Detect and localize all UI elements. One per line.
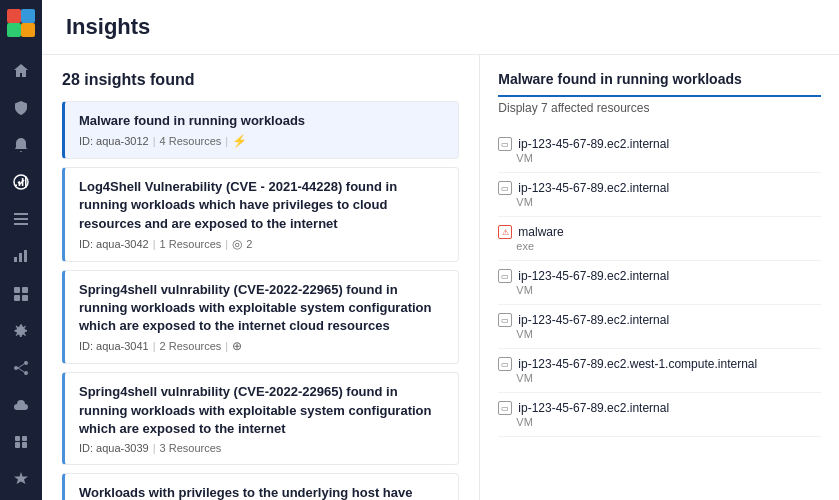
svg-point-17 xyxy=(24,371,28,375)
insight-resources-1: 1 Resources xyxy=(160,238,222,250)
resource-item-4: ▭ ip-123-45-67-89.ec2.internal VM xyxy=(498,305,821,349)
page-header: Insights xyxy=(42,0,839,55)
sidebar-item-workloads[interactable] xyxy=(3,277,39,310)
svg-line-18 xyxy=(18,364,24,368)
detail-subtitle: Display 7 affected resources xyxy=(498,101,821,115)
insight-meta-0: ID: aqua-3012 | 4 Resources | ⚡ xyxy=(79,134,444,148)
resource-name-0: ▭ ip-123-45-67-89.ec2.internal xyxy=(498,137,821,151)
insights-list-panel: 28 insights found Malware found in runni… xyxy=(42,55,480,500)
resource-name-1: ▭ ip-123-45-67-89.ec2.internal xyxy=(498,181,821,195)
sidebar-item-plugins[interactable] xyxy=(3,426,39,459)
sidebar-item-list[interactable] xyxy=(3,203,39,236)
sidebar-item-settings[interactable] xyxy=(3,314,39,347)
resource-type-2: exe xyxy=(498,240,821,252)
resource-item-2: ⚠ malware exe xyxy=(498,217,821,261)
svg-rect-0 xyxy=(7,9,21,23)
svg-point-15 xyxy=(14,366,18,370)
svg-rect-7 xyxy=(14,223,28,225)
sidebar xyxy=(0,0,42,500)
svg-rect-14 xyxy=(22,295,28,301)
resource-item-3: ▭ ip-123-45-67-89.ec2.internal VM xyxy=(498,261,821,305)
svg-rect-8 xyxy=(14,257,17,262)
insight-card-2[interactable]: Spring4shell vulnrability (CVE-2022-2296… xyxy=(62,270,459,365)
page-title: Insights xyxy=(66,14,815,40)
svg-rect-2 xyxy=(7,23,21,37)
insight-id-1: ID: aqua-3042 xyxy=(79,238,149,250)
sidebar-item-star[interactable] xyxy=(3,463,39,496)
content-area: 28 insights found Malware found in runni… xyxy=(42,55,839,500)
detail-panel: Malware found in running workloads Displ… xyxy=(480,55,839,500)
resource-name-6: ▭ ip-123-45-67-89.ec2.internal xyxy=(498,401,821,415)
insight-id-3: ID: aqua-3039 xyxy=(79,442,149,454)
sidebar-item-cloud[interactable] xyxy=(3,389,39,422)
resource-type-3: VM xyxy=(498,284,821,296)
resource-name-3: ▭ ip-123-45-67-89.ec2.internal xyxy=(498,269,821,283)
insight-meta-3: ID: aqua-3039 | 3 Resources xyxy=(79,442,444,454)
sidebar-item-analytics[interactable] xyxy=(3,240,39,273)
insight-title-0: Malware found in running workloads xyxy=(79,112,444,130)
vm-icon-1: ▭ xyxy=(498,181,512,195)
resource-type-1: VM xyxy=(498,196,821,208)
insight-icon-1: ◎ xyxy=(232,237,242,251)
resource-name-4: ▭ ip-123-45-67-89.ec2.internal xyxy=(498,313,821,327)
insight-icon-2: ⊕ xyxy=(232,339,242,353)
insight-resources-0: 4 Resources xyxy=(160,135,222,147)
svg-rect-10 xyxy=(24,250,27,262)
svg-rect-1 xyxy=(21,9,35,23)
svg-rect-5 xyxy=(14,213,28,215)
insight-title-4: Workloads with privileges to the underly… xyxy=(79,484,444,500)
sidebar-item-home[interactable] xyxy=(3,54,39,87)
insight-resources-2: 2 Resources xyxy=(160,340,222,352)
svg-line-19 xyxy=(18,368,24,372)
insight-card-1[interactable]: Log4Shell Vulnerability (CVE - 2021-4422… xyxy=(62,167,459,262)
svg-rect-9 xyxy=(19,253,22,262)
exe-icon-2: ⚠ xyxy=(498,225,512,239)
insight-resources-3: 3 Resources xyxy=(160,442,222,454)
svg-rect-23 xyxy=(22,436,27,441)
sidebar-item-shield[interactable] xyxy=(3,91,39,124)
main-content: Insights 28 insights found Malware found… xyxy=(42,0,839,500)
detail-title: Malware found in running workloads xyxy=(498,71,821,97)
svg-rect-21 xyxy=(22,442,27,448)
resource-name-5: ▭ ip-123-45-67-89.ec2.west-1.compute.int… xyxy=(498,357,821,371)
sidebar-item-insights[interactable] xyxy=(3,166,39,199)
insight-title-2: Spring4shell vulnrability (CVE-2022-2296… xyxy=(79,281,444,336)
svg-rect-6 xyxy=(14,218,28,220)
resource-type-0: VM xyxy=(498,152,821,164)
insight-meta-2: ID: aqua-3041 | 2 Resources | ⊕ xyxy=(79,339,444,353)
svg-rect-13 xyxy=(14,295,20,301)
insight-title-1: Log4Shell Vulnerability (CVE - 2021-4422… xyxy=(79,178,444,233)
svg-point-16 xyxy=(24,361,28,365)
insight-id-0: ID: aqua-3012 xyxy=(79,135,149,147)
insight-card-3[interactable]: Spring4shell vulnrability (CVE-2022-2296… xyxy=(62,372,459,465)
svg-rect-12 xyxy=(22,287,28,293)
vm-icon-3: ▭ xyxy=(498,269,512,283)
insight-count-1: 2 xyxy=(246,238,252,250)
vm-icon-4: ▭ xyxy=(498,313,512,327)
insight-icon-0: ⚡ xyxy=(232,134,247,148)
resource-item-5: ▭ ip-123-45-67-89.ec2.west-1.compute.int… xyxy=(498,349,821,393)
app-logo[interactable] xyxy=(6,8,36,38)
insight-card-0[interactable]: Malware found in running workloads ID: a… xyxy=(62,101,459,159)
resource-item-1: ▭ ip-123-45-67-89.ec2.internal VM xyxy=(498,173,821,217)
resource-type-4: VM xyxy=(498,328,821,340)
vm-icon-5: ▭ xyxy=(498,357,512,371)
insight-id-2: ID: aqua-3041 xyxy=(79,340,149,352)
vm-icon-0: ▭ xyxy=(498,137,512,151)
insight-meta-1: ID: aqua-3042 | 1 Resources | ◎ 2 xyxy=(79,237,444,251)
svg-rect-3 xyxy=(21,23,35,37)
resource-item-6: ▭ ip-123-45-67-89.ec2.internal VM xyxy=(498,393,821,437)
vm-icon-6: ▭ xyxy=(498,401,512,415)
insight-card-4[interactable]: Workloads with privileges to the underly… xyxy=(62,473,459,500)
sidebar-item-integrations[interactable] xyxy=(3,351,39,384)
resource-type-5: VM xyxy=(498,372,821,384)
resource-item-0: ▭ ip-123-45-67-89.ec2.internal VM xyxy=(498,129,821,173)
svg-rect-11 xyxy=(14,287,20,293)
resources-list: ▭ ip-123-45-67-89.ec2.internal VM ▭ ip-1… xyxy=(498,129,821,437)
insights-count: 28 insights found xyxy=(62,71,459,89)
sidebar-item-alerts[interactable] xyxy=(3,128,39,161)
svg-rect-20 xyxy=(15,442,20,448)
resource-type-6: VM xyxy=(498,416,821,428)
resource-name-2: ⚠ malware xyxy=(498,225,821,239)
insight-title-3: Spring4shell vulnrability (CVE-2022-2296… xyxy=(79,383,444,438)
